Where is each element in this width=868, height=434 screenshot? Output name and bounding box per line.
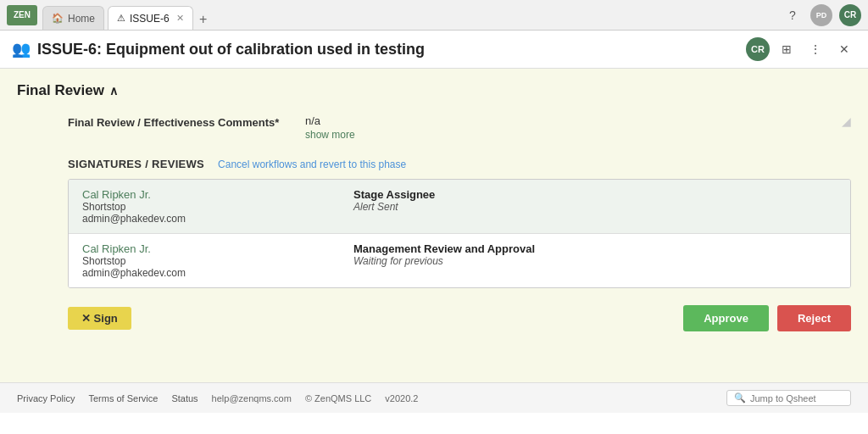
footer-links: Privacy Policy Terms of Service Status h… <box>17 393 418 403</box>
sig-stage-2: Management Review and Approval <box>353 242 837 255</box>
main-content: Final Review ∧ Final Review / Effectiven… <box>0 69 868 382</box>
home-icon: 🏠 <box>52 13 64 24</box>
table-row: Cal Ripken Jr. Shortstop admin@phakedev.… <box>69 180 850 234</box>
sig-left-1: Cal Ripken Jr. Shortstop admin@phakedev.… <box>69 180 340 233</box>
sig-stage-1: Stage Assignee <box>353 188 837 201</box>
browser-logo: ZEN <box>7 5 37 25</box>
close-button[interactable]: ✕ <box>832 37 856 61</box>
tab-issue6-label: ISSUE-6 <box>130 13 170 25</box>
reject-button[interactable]: Reject <box>777 305 851 331</box>
section-collapse-caret[interactable]: ∧ <box>109 84 118 97</box>
page-header: 👥 ISSUE-6: Equipment out of calibration … <box>0 31 868 69</box>
sig-right-2: Management Review and Approval Waiting f… <box>340 234 850 287</box>
browser-chrome: ZEN 🏠 Home ⚠ ISSUE-6 ✕ + ? PD CR <box>0 0 868 31</box>
footer: Privacy Policy Terms of Service Status h… <box>0 382 868 413</box>
cal-avatar[interactable]: CR <box>839 4 861 26</box>
form-value: n/a <box>305 114 320 127</box>
form-value-area: n/a ◢ show more <box>305 114 851 141</box>
tab-close-icon[interactable]: ✕ <box>176 13 184 24</box>
page-title-row: 👥 ISSUE-6: Equipment out of calibration … <box>12 40 425 58</box>
new-tab-button[interactable]: + <box>193 9 214 30</box>
phake-avatar[interactable]: PD <box>810 4 832 26</box>
sig-email-2: admin@phakedev.com <box>82 267 326 279</box>
form-label: Final Review / Effectiveness Comments* <box>68 114 305 129</box>
issue-icon: 👥 <box>12 40 31 58</box>
help-icon[interactable]: ? <box>782 4 804 26</box>
tab-bar: 🏠 Home ⚠ ISSUE-6 ✕ + <box>42 0 776 30</box>
signatures-header: SIGNATURES / REVIEWS Cancel workflows an… <box>68 158 851 170</box>
signatures-table: Cal Ripken Jr. Shortstop admin@phakedev.… <box>68 179 851 288</box>
approve-button[interactable]: Approve <box>683 305 769 331</box>
header-actions: CR ⊞ ⋮ ✕ <box>746 37 856 61</box>
sig-name-2[interactable]: Cal Ripken Jr. <box>82 242 326 255</box>
search-icon: 🔍 <box>734 392 746 403</box>
search-input[interactable] <box>750 393 843 403</box>
signatures-title: SIGNATURES / REVIEWS <box>68 158 204 170</box>
signatures-section: SIGNATURES / REVIEWS Cancel workflows an… <box>17 158 851 288</box>
status-link[interactable]: Status <box>171 393 198 403</box>
footer-search[interactable]: 🔍 <box>726 390 851 406</box>
sig-status-2: Waiting for previous <box>353 255 837 267</box>
sig-role-2: Shortstop <box>82 255 326 267</box>
sig-right-1: Stage Assignee Alert Sent <box>340 180 850 233</box>
section-title: Final Review ∧ <box>17 82 851 99</box>
more-button[interactable]: ⋮ <box>804 37 827 61</box>
table-row: Cal Ripken Jr. Shortstop admin@phakedev.… <box>69 234 850 287</box>
sign-button[interactable]: ✕ Sign <box>68 307 131 330</box>
expand-button[interactable]: ⊞ <box>775 37 798 61</box>
tab-issue6[interactable]: ⚠ ISSUE-6 ✕ <box>108 6 193 30</box>
sig-left-2: Cal Ripken Jr. Shortstop admin@phakedev.… <box>69 234 340 287</box>
action-area: ✕ Sign Approve Reject <box>17 305 851 331</box>
action-right: Approve Reject <box>683 305 851 331</box>
terms-link[interactable]: Terms of Service <box>88 393 158 403</box>
tab-home[interactable]: 🏠 Home <box>42 6 104 30</box>
resize-indicator: ◢ <box>842 114 851 128</box>
sig-email-1: admin@phakedev.com <box>82 213 326 225</box>
sig-name-1[interactable]: Cal Ripken Jr. <box>82 188 326 201</box>
help-email: help@zenqms.com <box>212 393 292 403</box>
browser-right: ? PD CR <box>782 4 861 26</box>
privacy-policy-link[interactable]: Privacy Policy <box>17 393 75 403</box>
issue-tab-icon: ⚠ <box>117 13 125 24</box>
section-title-text: Final Review <box>17 82 104 99</box>
copyright: © ZenQMS LLC <box>305 393 371 403</box>
cancel-workflow-link[interactable]: Cancel workflows and revert to this phas… <box>218 159 406 170</box>
version: v2020.2 <box>385 393 418 403</box>
header-avatar[interactable]: CR <box>746 37 770 61</box>
tab-home-label: Home <box>68 13 95 25</box>
show-more-link[interactable]: show more <box>305 129 851 141</box>
sig-role-1: Shortstop <box>82 201 326 213</box>
page-title: ISSUE-6: Equipment out of calibration us… <box>37 41 425 58</box>
sig-status-1: Alert Sent <box>353 201 837 213</box>
form-row: Final Review / Effectiveness Comments* n… <box>17 114 851 141</box>
